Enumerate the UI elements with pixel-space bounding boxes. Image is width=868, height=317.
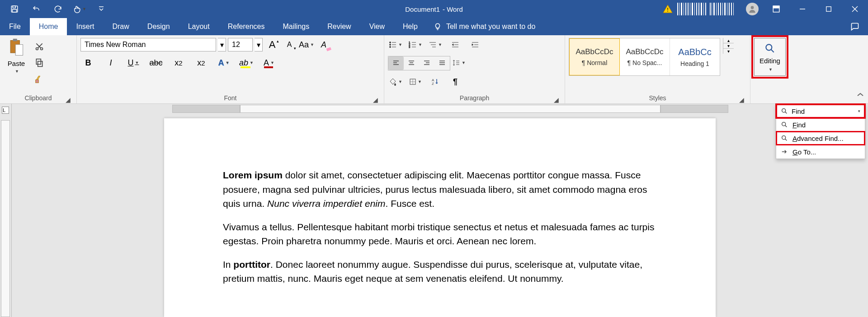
underline-button[interactable]: U▼ [126, 56, 141, 70]
sort-icon[interactable]: AZ [428, 75, 443, 89]
bullets-icon[interactable]: ▼ [388, 38, 403, 51]
comments-icon[interactable] [842, 18, 868, 35]
text-effects-button[interactable]: A▼ [216, 56, 231, 70]
chevron-down-icon: ▼ [15, 69, 19, 74]
font-name-value: Times New Roman [85, 41, 146, 49]
font-name-dropdown[interactable]: ▾ [218, 38, 226, 51]
tab-home[interactable]: Home [30, 18, 67, 35]
font-color-button[interactable]: A▼ [261, 56, 277, 70]
ribbon-display-icon[interactable] [763, 0, 789, 18]
minimize-icon[interactable] [789, 0, 816, 18]
line-spacing-icon[interactable]: ▼ [451, 56, 467, 70]
workspace: L Lorem ipsum dolor sit amet, consectetu… [0, 104, 868, 317]
collapse-ribbon-icon[interactable] [856, 91, 864, 101]
tab-selector-icon[interactable]: L [2, 107, 9, 114]
font-size-input[interactable]: 12 [228, 38, 253, 51]
svg-rect-12 [690, 3, 690, 15]
clipboard-launcher-icon[interactable]: ◢ [66, 96, 72, 103]
page[interactable]: Lorem ipsum dolor sit amet, consectetuer… [164, 118, 716, 317]
find-menu-advanced[interactable]: Advanced Find... [776, 131, 865, 145]
align-right-icon[interactable] [419, 56, 434, 70]
redo-icon[interactable] [47, 0, 69, 18]
svg-rect-36 [826, 7, 831, 12]
italic-button[interactable]: I [103, 56, 118, 70]
style-no-spacing[interactable]: AaBbCcDc ¶ No Spac... [620, 38, 670, 75]
customize-qat-icon[interactable] [90, 0, 112, 18]
increase-indent-icon[interactable] [467, 38, 483, 51]
tab-file[interactable]: File [0, 18, 30, 35]
svg-rect-41 [15, 45, 23, 56]
paragraph-launcher-icon[interactable]: ◢ [554, 96, 560, 103]
styles-row-up-icon[interactable]: ▴ [723, 38, 734, 43]
align-justify-icon[interactable] [434, 56, 450, 70]
svg-rect-9 [684, 3, 684, 15]
warning-icon[interactable] [663, 4, 673, 14]
tab-insert[interactable]: Insert [67, 18, 103, 35]
style-normal[interactable]: AaBbCcDc ¶ Normal [569, 38, 620, 75]
font-name-input[interactable]: Times New Roman [80, 38, 216, 51]
find-split-button[interactable]: Find ▾ [776, 104, 865, 118]
font-size-dropdown[interactable]: ▾ [255, 38, 263, 51]
multilevel-list-icon[interactable]: ▼ [428, 38, 443, 51]
bold-button[interactable]: B [80, 56, 96, 70]
close-icon[interactable] [842, 0, 868, 18]
subscript-button[interactable]: x2 [171, 56, 186, 70]
tab-mailings[interactable]: Mailings [274, 18, 319, 35]
tab-review[interactable]: Review [318, 18, 360, 35]
clear-formatting-icon[interactable]: A [316, 38, 331, 51]
format-painter-icon[interactable] [32, 72, 47, 86]
align-left-icon[interactable] [388, 56, 404, 70]
tab-help[interactable]: Help [394, 18, 427, 35]
numbering-icon[interactable]: 123▼ [408, 38, 423, 51]
editing-button[interactable]: Editing ▼ [754, 38, 786, 76]
vertical-ruler[interactable]: L [0, 104, 12, 317]
copy-icon[interactable] [32, 56, 47, 70]
user-avatar[interactable] [746, 3, 759, 15]
shrink-font-icon[interactable]: A▾ [282, 38, 297, 51]
paragraph-1[interactable]: Lorem ipsum dolor sit amet, consectetuer… [223, 168, 657, 211]
borders-icon[interactable]: ▼ [408, 75, 423, 89]
svg-rect-19 [705, 3, 706, 15]
paste-icon [8, 38, 25, 58]
highlight-button[interactable]: ab▼ [239, 56, 254, 70]
touch-mode-icon[interactable]: ▼ [69, 0, 90, 18]
styles-launcher-icon[interactable]: ◢ [739, 96, 745, 103]
paragraph-3[interactable]: In porttitor. Donec laoreet nonummy augu… [223, 257, 657, 286]
tab-layout[interactable]: Layout [179, 18, 219, 35]
find-menu-goto[interactable]: Go To... [776, 145, 865, 158]
svg-line-96 [785, 126, 787, 127]
undo-icon[interactable] [25, 0, 47, 18]
svg-rect-23 [716, 3, 717, 15]
save-icon[interactable] [4, 0, 25, 18]
horizontal-ruler[interactable] [12, 104, 868, 114]
show-hide-icon[interactable]: ¶ [448, 75, 463, 89]
styles-group-label: Styles [649, 94, 666, 102]
strikethrough-button[interactable]: abc [148, 56, 164, 70]
change-case-button[interactable]: Aa▼ [299, 38, 314, 51]
tell-me-search[interactable]: Tell me what you want to do [427, 18, 842, 35]
decrease-indent-icon[interactable] [448, 38, 463, 51]
grow-font-icon[interactable]: A▴ [264, 38, 280, 51]
document-area[interactable]: Lorem ipsum dolor sit amet, consectetuer… [12, 114, 868, 317]
styles-row-down-icon[interactable]: ▾ [723, 43, 734, 49]
style-heading1[interactable]: AaBbCc Heading 1 [670, 38, 720, 75]
ribbon: Paste ▼ Clipboard◢ Times New Roman ▾ 12 … [0, 35, 868, 104]
align-center-icon[interactable] [404, 56, 419, 70]
styles-expand-icon[interactable]: ▾ [723, 49, 734, 54]
ribbon-tabs: File Home Insert Draw Design Layout Refe… [0, 18, 868, 35]
shading-icon[interactable]: ▼ [388, 75, 403, 89]
maximize-icon[interactable] [816, 0, 842, 18]
app-name: - Word [443, 5, 463, 13]
svg-rect-40 [13, 39, 17, 42]
cut-icon[interactable] [32, 40, 47, 53]
tab-view[interactable]: View [360, 18, 394, 35]
tab-design[interactable]: Design [138, 18, 179, 35]
find-menu-find[interactable]: Find [776, 118, 865, 131]
tab-references[interactable]: References [219, 18, 274, 35]
paste-button[interactable]: Paste ▼ [4, 38, 29, 74]
svg-point-54 [390, 47, 391, 48]
paragraph-2[interactable]: Vivamus a tellus. Pellentesque habitant … [223, 220, 657, 248]
tab-draw[interactable]: Draw [103, 18, 138, 35]
font-launcher-icon[interactable]: ◢ [373, 96, 379, 103]
superscript-button[interactable]: x2 [193, 56, 209, 70]
